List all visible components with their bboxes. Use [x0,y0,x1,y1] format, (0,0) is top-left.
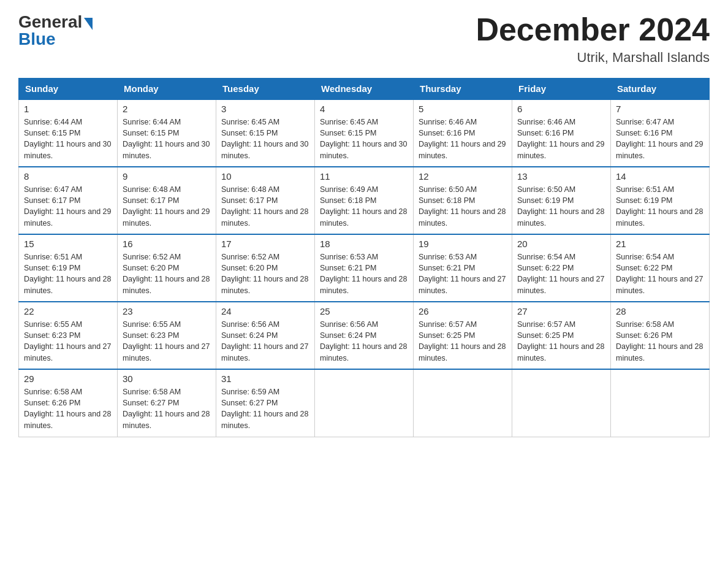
day-detail: Sunrise: 6:51 AMSunset: 6:19 PMDaylight:… [616,184,704,229]
calendar-cell: 7 Sunrise: 6:47 AMSunset: 6:16 PMDayligh… [611,99,710,167]
calendar-cell: 9 Sunrise: 6:48 AMSunset: 6:17 PMDayligh… [118,167,216,234]
day-number: 2 [123,104,211,114]
day-number: 21 [616,239,704,249]
day-number: 8 [24,171,112,182]
calendar-cell: 24 Sunrise: 6:56 AMSunset: 6:24 PMDaylig… [216,302,315,369]
weekday-header-sunday: Sunday [19,79,118,100]
day-number: 25 [320,306,408,316]
calendar-cell [315,369,414,437]
calendar-cell: 8 Sunrise: 6:47 AMSunset: 6:17 PMDayligh… [19,167,118,234]
day-detail: Sunrise: 6:55 AMSunset: 6:23 PMDaylight:… [24,319,112,364]
day-number: 28 [616,306,704,316]
calendar-week-row: 15 Sunrise: 6:51 AMSunset: 6:19 PMDaylig… [19,234,710,302]
day-detail: Sunrise: 6:59 AMSunset: 6:27 PMDaylight:… [221,386,309,431]
day-number: 5 [419,104,507,114]
day-number: 1 [24,104,112,114]
logo: General Blue [18,12,93,49]
calendar-cell: 12 Sunrise: 6:50 AMSunset: 6:18 PMDaylig… [414,167,512,234]
day-detail: Sunrise: 6:51 AMSunset: 6:19 PMDaylight:… [24,251,112,296]
day-number: 6 [517,104,605,114]
calendar-cell: 30 Sunrise: 6:58 AMSunset: 6:27 PMDaylig… [118,369,216,437]
logo-blue-text: Blue [18,29,56,49]
day-detail: Sunrise: 6:48 AMSunset: 6:17 PMDaylight:… [221,184,309,229]
calendar-cell: 27 Sunrise: 6:57 AMSunset: 6:25 PMDaylig… [512,302,611,369]
day-number: 10 [221,171,309,182]
calendar-cell: 25 Sunrise: 6:56 AMSunset: 6:24 PMDaylig… [315,302,414,369]
day-detail: Sunrise: 6:53 AMSunset: 6:21 PMDaylight:… [419,251,507,296]
calendar-cell: 17 Sunrise: 6:52 AMSunset: 6:20 PMDaylig… [216,234,315,302]
calendar-cell: 4 Sunrise: 6:45 AMSunset: 6:15 PMDayligh… [315,99,414,167]
day-number: 9 [123,171,211,182]
calendar-cell [512,369,611,437]
day-number: 7 [616,104,704,114]
calendar-cell: 21 Sunrise: 6:54 AMSunset: 6:22 PMDaylig… [611,234,710,302]
day-detail: Sunrise: 6:57 AMSunset: 6:25 PMDaylight:… [419,319,507,364]
day-detail: Sunrise: 6:54 AMSunset: 6:22 PMDaylight:… [616,251,704,296]
location-subtitle: Utrik, Marshall Islands [476,50,710,66]
day-detail: Sunrise: 6:45 AMSunset: 6:15 PMDaylight:… [320,117,408,161]
calendar-cell: 13 Sunrise: 6:50 AMSunset: 6:19 PMDaylig… [512,167,611,234]
day-number: 30 [123,373,211,384]
day-number: 12 [419,171,507,182]
day-detail: Sunrise: 6:47 AMSunset: 6:16 PMDaylight:… [616,117,704,161]
day-detail: Sunrise: 6:49 AMSunset: 6:18 PMDaylight:… [320,184,408,229]
calendar-cell: 31 Sunrise: 6:59 AMSunset: 6:27 PMDaylig… [216,369,315,437]
calendar-cell: 19 Sunrise: 6:53 AMSunset: 6:21 PMDaylig… [414,234,512,302]
day-detail: Sunrise: 6:44 AMSunset: 6:15 PMDaylight:… [123,117,211,161]
calendar-cell: 22 Sunrise: 6:55 AMSunset: 6:23 PMDaylig… [19,302,118,369]
calendar-table: SundayMondayTuesdayWednesdayThursdayFrid… [18,78,710,437]
weekday-header-wednesday: Wednesday [315,79,414,100]
weekday-header-thursday: Thursday [414,79,512,100]
calendar-cell: 2 Sunrise: 6:44 AMSunset: 6:15 PMDayligh… [118,99,216,167]
day-detail: Sunrise: 6:46 AMSunset: 6:16 PMDaylight:… [419,117,507,161]
day-detail: Sunrise: 6:56 AMSunset: 6:24 PMDaylight:… [320,319,408,364]
calendar-week-row: 1 Sunrise: 6:44 AMSunset: 6:15 PMDayligh… [19,99,710,167]
day-detail: Sunrise: 6:57 AMSunset: 6:25 PMDaylight:… [517,319,605,364]
weekday-header-saturday: Saturday [611,79,710,100]
day-number: 22 [24,306,112,316]
day-number: 16 [123,239,211,249]
weekday-header-monday: Monday [118,79,216,100]
calendar-week-row: 22 Sunrise: 6:55 AMSunset: 6:23 PMDaylig… [19,302,710,369]
day-number: 11 [320,171,408,182]
calendar-cell: 28 Sunrise: 6:58 AMSunset: 6:26 PMDaylig… [611,302,710,369]
calendar-cell: 16 Sunrise: 6:52 AMSunset: 6:20 PMDaylig… [118,234,216,302]
calendar-cell: 6 Sunrise: 6:46 AMSunset: 6:16 PMDayligh… [512,99,611,167]
day-number: 27 [517,306,605,316]
calendar-cell: 11 Sunrise: 6:49 AMSunset: 6:18 PMDaylig… [315,167,414,234]
calendar-cell: 18 Sunrise: 6:53 AMSunset: 6:21 PMDaylig… [315,234,414,302]
day-number: 14 [616,171,704,182]
day-number: 29 [24,373,112,384]
weekday-header-friday: Friday [512,79,611,100]
day-detail: Sunrise: 6:52 AMSunset: 6:20 PMDaylight:… [123,251,211,296]
day-number: 15 [24,239,112,249]
calendar-cell: 3 Sunrise: 6:45 AMSunset: 6:15 PMDayligh… [216,99,315,167]
day-detail: Sunrise: 6:52 AMSunset: 6:20 PMDaylight:… [221,251,309,296]
day-number: 26 [419,306,507,316]
day-detail: Sunrise: 6:58 AMSunset: 6:27 PMDaylight:… [123,386,211,431]
day-number: 31 [221,373,309,384]
day-detail: Sunrise: 6:47 AMSunset: 6:17 PMDaylight:… [24,184,112,229]
calendar-week-row: 29 Sunrise: 6:58 AMSunset: 6:26 PMDaylig… [19,369,710,437]
day-detail: Sunrise: 6:50 AMSunset: 6:19 PMDaylight:… [517,184,605,229]
day-detail: Sunrise: 6:45 AMSunset: 6:15 PMDaylight:… [221,117,309,161]
calendar-week-row: 8 Sunrise: 6:47 AMSunset: 6:17 PMDayligh… [19,167,710,234]
day-number: 23 [123,306,211,316]
day-number: 17 [221,239,309,249]
calendar-cell: 5 Sunrise: 6:46 AMSunset: 6:16 PMDayligh… [414,99,512,167]
day-detail: Sunrise: 6:55 AMSunset: 6:23 PMDaylight:… [123,319,211,364]
day-detail: Sunrise: 6:46 AMSunset: 6:16 PMDaylight:… [517,117,605,161]
month-title: December 2024 [476,12,710,47]
day-detail: Sunrise: 6:44 AMSunset: 6:15 PMDaylight:… [24,117,112,161]
logo-arrow-icon [84,18,93,30]
calendar-cell: 15 Sunrise: 6:51 AMSunset: 6:19 PMDaylig… [19,234,118,302]
calendar-cell: 10 Sunrise: 6:48 AMSunset: 6:17 PMDaylig… [216,167,315,234]
calendar-cell: 26 Sunrise: 6:57 AMSunset: 6:25 PMDaylig… [414,302,512,369]
day-number: 4 [320,104,408,114]
day-detail: Sunrise: 6:58 AMSunset: 6:26 PMDaylight:… [24,386,112,431]
day-detail: Sunrise: 6:54 AMSunset: 6:22 PMDaylight:… [517,251,605,296]
day-detail: Sunrise: 6:50 AMSunset: 6:18 PMDaylight:… [419,184,507,229]
day-number: 13 [517,171,605,182]
calendar-cell: 23 Sunrise: 6:55 AMSunset: 6:23 PMDaylig… [118,302,216,369]
title-section: December 2024 Utrik, Marshall Islands [476,12,710,66]
